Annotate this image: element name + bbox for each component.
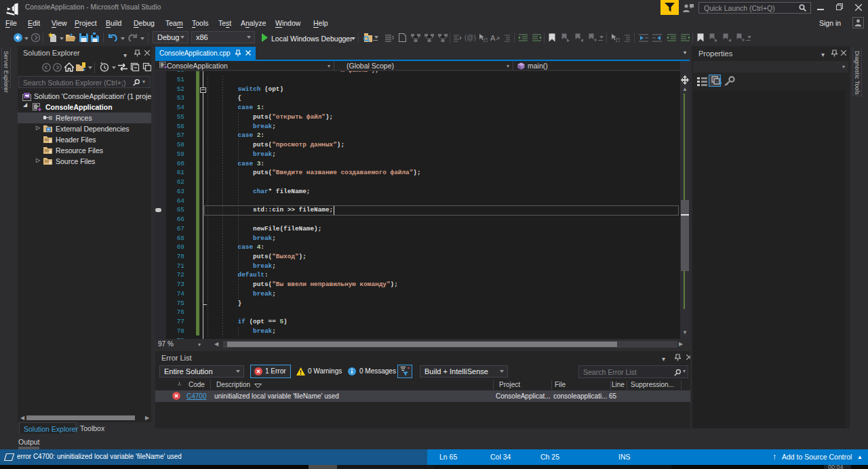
svg-text:A: A bbox=[490, 34, 496, 42]
